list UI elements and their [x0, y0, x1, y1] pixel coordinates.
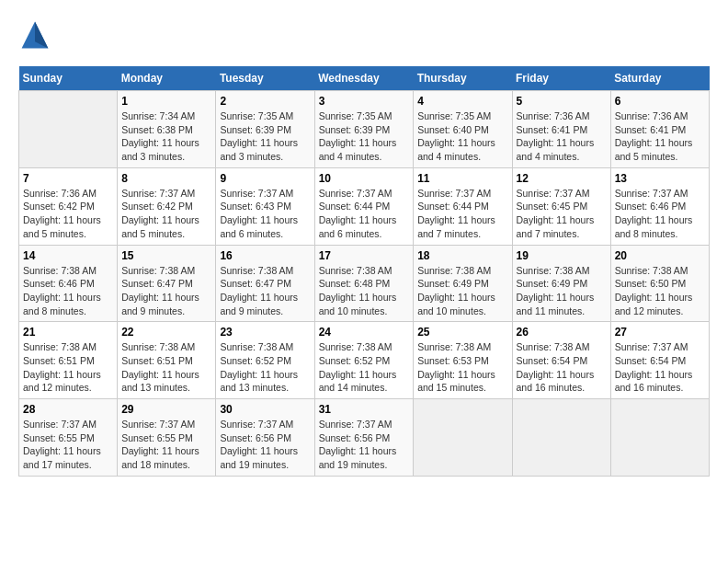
day-info: Sunrise: 7:38 AM Sunset: 6:54 PM Dayligh… [517, 340, 607, 395]
day-info: Sunrise: 7:35 AM Sunset: 6:39 PM Dayligh… [220, 109, 310, 164]
day-info: Sunrise: 7:38 AM Sunset: 6:50 PM Dayligh… [615, 264, 705, 318]
day-number: 8 [121, 172, 211, 185]
day-info: Sunrise: 7:38 AM Sunset: 6:46 PM Dayligh… [23, 264, 113, 318]
calendar-cell: 4Sunrise: 7:35 AM Sunset: 6:40 PM Daylig… [414, 91, 512, 168]
logo-icon [18, 18, 51, 52]
calendar-cell: 11Sunrise: 7:37 AM Sunset: 6:44 PM Dayli… [414, 167, 512, 245]
day-info: Sunrise: 7:38 AM Sunset: 6:47 PM Dayligh… [121, 264, 211, 318]
day-number: 20 [615, 249, 705, 262]
calendar-cell: 19Sunrise: 7:38 AM Sunset: 6:49 PM Dayli… [512, 245, 610, 322]
day-number: 22 [121, 326, 211, 339]
calendar-cell: 15Sunrise: 7:38 AM Sunset: 6:47 PM Dayli… [118, 245, 216, 322]
header-saturday: Saturday [610, 66, 709, 91]
day-info: Sunrise: 7:38 AM Sunset: 6:52 PM Dayligh… [319, 340, 410, 395]
day-number: 21 [23, 326, 113, 339]
header-tuesday: Tuesday [216, 66, 314, 91]
day-number: 18 [417, 249, 507, 262]
calendar-cell: 12Sunrise: 7:37 AM Sunset: 6:45 PM Dayli… [512, 167, 610, 245]
day-info: Sunrise: 7:38 AM Sunset: 6:49 PM Dayligh… [517, 264, 607, 318]
day-info: Sunrise: 7:37 AM Sunset: 6:55 PM Dayligh… [121, 418, 211, 472]
day-info: Sunrise: 7:38 AM Sunset: 6:53 PM Dayligh… [417, 340, 507, 395]
calendar-cell: 17Sunrise: 7:38 AM Sunset: 6:48 PM Dayli… [314, 245, 414, 322]
day-number: 19 [517, 249, 607, 262]
calendar-cell: 9Sunrise: 7:37 AM Sunset: 6:43 PM Daylig… [216, 167, 314, 245]
day-info: Sunrise: 7:36 AM Sunset: 6:42 PM Dayligh… [23, 187, 113, 241]
day-info: Sunrise: 7:37 AM Sunset: 6:44 PM Dayligh… [319, 187, 410, 241]
calendar-cell: 25Sunrise: 7:38 AM Sunset: 6:53 PM Dayli… [414, 322, 512, 399]
calendar-cell: 14Sunrise: 7:38 AM Sunset: 6:46 PM Dayli… [19, 245, 118, 322]
calendar-cell: 24Sunrise: 7:38 AM Sunset: 6:52 PM Dayli… [314, 322, 414, 399]
day-number: 9 [220, 172, 310, 185]
day-number: 24 [319, 326, 410, 339]
day-info: Sunrise: 7:35 AM Sunset: 6:39 PM Dayligh… [319, 109, 410, 164]
day-info: Sunrise: 7:38 AM Sunset: 6:49 PM Dayligh… [417, 264, 507, 318]
calendar-cell: 28Sunrise: 7:37 AM Sunset: 6:55 PM Dayli… [19, 399, 118, 477]
calendar-cell: 16Sunrise: 7:38 AM Sunset: 6:47 PM Dayli… [216, 245, 314, 322]
day-number: 11 [417, 172, 507, 185]
calendar-cell: 20Sunrise: 7:38 AM Sunset: 6:50 PM Dayli… [610, 245, 709, 322]
calendar-cell: 7Sunrise: 7:36 AM Sunset: 6:42 PM Daylig… [19, 167, 118, 245]
page-header [18, 18, 710, 52]
header-monday: Monday [118, 66, 216, 91]
week-row-3: 14Sunrise: 7:38 AM Sunset: 6:46 PM Dayli… [19, 245, 710, 322]
calendar-table: SundayMondayTuesdayWednesdayThursdayFrid… [18, 66, 710, 477]
header-friday: Friday [512, 66, 610, 91]
day-number: 6 [615, 95, 705, 108]
day-number: 17 [319, 249, 410, 262]
day-number: 16 [220, 249, 310, 262]
calendar-cell: 29Sunrise: 7:37 AM Sunset: 6:55 PM Dayli… [118, 399, 216, 477]
calendar-cell: 13Sunrise: 7:37 AM Sunset: 6:46 PM Dayli… [610, 167, 709, 245]
day-number: 2 [220, 95, 310, 108]
calendar-cell: 23Sunrise: 7:38 AM Sunset: 6:52 PM Dayli… [216, 322, 314, 399]
calendar-cell: 1Sunrise: 7:34 AM Sunset: 6:38 PM Daylig… [118, 91, 216, 168]
calendar-cell: 22Sunrise: 7:38 AM Sunset: 6:51 PM Dayli… [118, 322, 216, 399]
week-row-4: 21Sunrise: 7:38 AM Sunset: 6:51 PM Dayli… [19, 322, 710, 399]
day-number: 28 [23, 403, 113, 416]
week-row-1: 1Sunrise: 7:34 AM Sunset: 6:38 PM Daylig… [19, 91, 710, 168]
day-number: 29 [121, 403, 211, 416]
day-info: Sunrise: 7:37 AM Sunset: 6:45 PM Dayligh… [517, 187, 607, 241]
calendar-cell: 5Sunrise: 7:36 AM Sunset: 6:41 PM Daylig… [512, 91, 610, 168]
day-info: Sunrise: 7:36 AM Sunset: 6:41 PM Dayligh… [615, 109, 705, 164]
day-number: 15 [121, 249, 211, 262]
calendar-cell: 30Sunrise: 7:37 AM Sunset: 6:56 PM Dayli… [216, 399, 314, 477]
day-number: 1 [121, 95, 211, 108]
calendar-cell: 8Sunrise: 7:37 AM Sunset: 6:42 PM Daylig… [118, 167, 216, 245]
calendar-cell [610, 399, 709, 477]
logo [18, 18, 57, 52]
day-number: 4 [417, 95, 507, 108]
day-number: 31 [319, 403, 410, 416]
day-number: 12 [517, 172, 607, 185]
day-number: 26 [517, 326, 607, 339]
day-info: Sunrise: 7:37 AM Sunset: 6:42 PM Dayligh… [121, 187, 211, 241]
header-wednesday: Wednesday [314, 66, 414, 91]
day-number: 10 [319, 172, 410, 185]
day-info: Sunrise: 7:37 AM Sunset: 6:56 PM Dayligh… [319, 418, 410, 472]
day-info: Sunrise: 7:38 AM Sunset: 6:48 PM Dayligh… [319, 264, 410, 318]
day-info: Sunrise: 7:37 AM Sunset: 6:43 PM Dayligh… [220, 187, 310, 241]
calendar-cell: 27Sunrise: 7:37 AM Sunset: 6:54 PM Dayli… [610, 322, 709, 399]
day-info: Sunrise: 7:37 AM Sunset: 6:55 PM Dayligh… [23, 418, 113, 472]
day-info: Sunrise: 7:37 AM Sunset: 6:54 PM Dayligh… [615, 340, 705, 395]
week-row-2: 7Sunrise: 7:36 AM Sunset: 6:42 PM Daylig… [19, 167, 710, 245]
calendar-cell: 18Sunrise: 7:38 AM Sunset: 6:49 PM Dayli… [414, 245, 512, 322]
day-info: Sunrise: 7:38 AM Sunset: 6:51 PM Dayligh… [121, 340, 211, 395]
day-info: Sunrise: 7:38 AM Sunset: 6:51 PM Dayligh… [23, 340, 113, 395]
day-number: 3 [319, 95, 410, 108]
calendar-cell: 10Sunrise: 7:37 AM Sunset: 6:44 PM Dayli… [314, 167, 414, 245]
calendar-cell [19, 91, 118, 168]
day-info: Sunrise: 7:35 AM Sunset: 6:40 PM Dayligh… [417, 109, 507, 164]
calendar-cell: 21Sunrise: 7:38 AM Sunset: 6:51 PM Dayli… [19, 322, 118, 399]
header-sunday: Sunday [19, 66, 118, 91]
calendar-cell: 26Sunrise: 7:38 AM Sunset: 6:54 PM Dayli… [512, 322, 610, 399]
day-number: 5 [517, 95, 607, 108]
day-info: Sunrise: 7:38 AM Sunset: 6:52 PM Dayligh… [220, 340, 310, 395]
day-number: 7 [23, 172, 113, 185]
header-thursday: Thursday [414, 66, 512, 91]
calendar-cell: 3Sunrise: 7:35 AM Sunset: 6:39 PM Daylig… [314, 91, 414, 168]
day-info: Sunrise: 7:36 AM Sunset: 6:41 PM Dayligh… [517, 109, 607, 164]
day-number: 14 [23, 249, 113, 262]
day-number: 13 [615, 172, 705, 185]
day-number: 27 [615, 326, 705, 339]
day-number: 23 [220, 326, 310, 339]
